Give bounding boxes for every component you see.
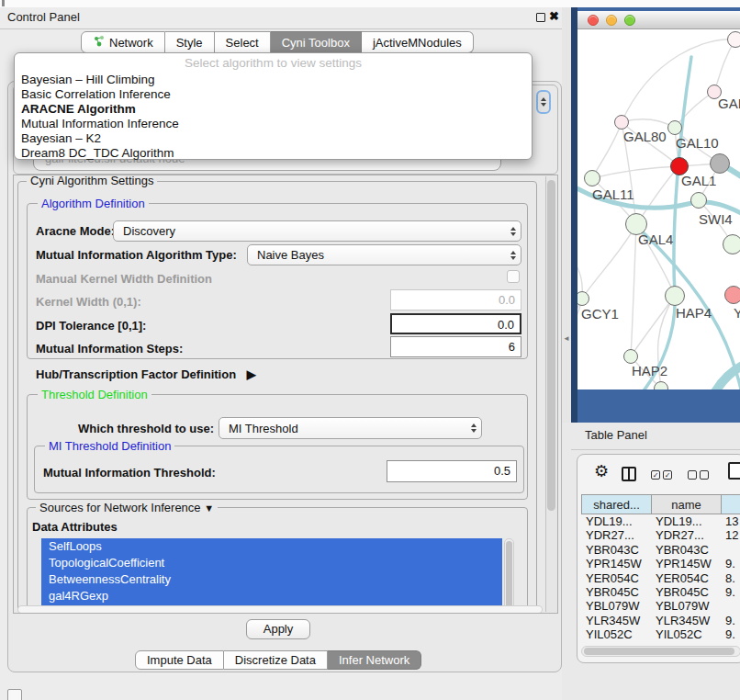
node-hap2[interactable]	[623, 349, 638, 364]
tab-impute-data[interactable]: Impute Data	[135, 650, 224, 670]
tab-select[interactable]: Select	[215, 31, 271, 53]
cell: YBR045C	[581, 585, 652, 599]
network-desktop: GAL GAL80 GAL10 GAL1 GAL11 SWI4 GAL4 GCY…	[571, 7, 740, 423]
algorithm-option[interactable]: Basic Correlation Inference	[21, 87, 171, 101]
table-row[interactable]: YBR043CYBR043C	[581, 543, 740, 557]
cell: YDL19...	[581, 514, 652, 528]
select-all-columns-icon[interactable]: ✓✓	[651, 470, 672, 480]
kernel-width-field[interactable]: 0.0	[390, 289, 521, 310]
node-swi4[interactable]	[690, 192, 707, 209]
manual-kernel-label: Manual Kernel Width Definition	[36, 272, 212, 286]
which-threshold-combo[interactable]: MI Threshold	[219, 417, 482, 439]
network-canvas[interactable]: GAL GAL80 GAL10 GAL1 GAL11 SWI4 GAL4 GCY…	[577, 29, 740, 390]
desktop-edge	[571, 7, 577, 423]
table-horizontal-scrollbar[interactable]	[581, 646, 740, 657]
algorithm-option[interactable]: Mutual Information Inference	[21, 117, 179, 130]
node-label: GAL10	[676, 135, 719, 151]
table-row[interactable]: YLR345WYLR345W9.	[581, 614, 740, 627]
combo-arrows-icon	[471, 423, 477, 433]
network-window-titlebar[interactable]	[577, 11, 740, 29]
apply-button[interactable]: Apply	[246, 619, 310, 639]
cyni-algorithm-settings-title: Cyni Algorithm Settings	[27, 175, 157, 187]
algorithm-option[interactable]: Bayesian – Hill Climbing	[21, 73, 155, 86]
table-row[interactable]: YIL052CYIL052C9.	[581, 627, 740, 641]
node[interactable]	[710, 153, 730, 174]
cell	[722, 599, 740, 613]
collapse-left-icon[interactable]: ◄	[563, 334, 570, 343]
node-hap4[interactable]	[665, 286, 685, 306]
minimize-traffic-light[interactable]	[606, 15, 617, 26]
table-row[interactable]: YBL079WYBL079W	[581, 599, 740, 613]
tab-network[interactable]: Network	[81, 31, 165, 53]
focused-combo-arrows[interactable]	[536, 90, 551, 114]
table-row[interactable]: YDR27...YDR27...12	[581, 528, 740, 542]
mi-steps-field[interactable]: 6	[390, 336, 521, 357]
cell: 9.	[722, 585, 740, 599]
deselect-all-columns-icon[interactable]	[688, 470, 709, 480]
algorithm-prompt: Select algorithm to view settings	[15, 56, 532, 70]
cell: YPR145W	[652, 557, 722, 570]
hub-definition-toggle[interactable]: Hub/Transcription Factor Definition ▶	[36, 367, 256, 381]
attribute-item[interactable]: SelfLoops	[41, 538, 502, 555]
data-attributes-list[interactable]: SelfLoops TopologicalCoefficient Between…	[41, 538, 502, 614]
close-icon[interactable]: ✖	[549, 9, 559, 23]
node-gal10[interactable]	[667, 120, 682, 135]
mi-type-combo[interactable]: Naive Bayes	[247, 244, 521, 265]
split-view-icon[interactable]	[622, 467, 636, 481]
cell: YLR345W	[581, 614, 652, 627]
tab-infer-network[interactable]: Infer Network	[328, 650, 421, 670]
node-label: GAL80	[623, 129, 667, 144]
attribute-item[interactable]: gal4RGexp	[41, 588, 502, 604]
node[interactable]	[723, 234, 740, 254]
algorithm-option-selected[interactable]: ARACNE Algorithm	[21, 102, 136, 116]
column-header-name[interactable]: name	[652, 494, 722, 514]
mi-threshold-label: Mutual Information Threshold:	[43, 466, 216, 480]
expand-right-icon: ▶	[247, 367, 256, 381]
attribute-item[interactable]: TopologicalCoefficient	[41, 555, 502, 571]
dpi-tolerance-field[interactable]: 0.0	[390, 313, 521, 334]
table-body[interactable]: YDL19...YDL19...13 YDR27...YDR27...12 YB…	[581, 514, 740, 644]
node[interactable]	[724, 286, 740, 304]
attribute-list-scrollbar[interactable]	[504, 538, 514, 614]
attribute-item[interactable]: BetweennessCentrality	[41, 571, 502, 588]
node[interactable]	[727, 31, 740, 48]
new-table-icon[interactable]	[728, 462, 740, 480]
gear-icon[interactable]: ⚙	[594, 463, 609, 480]
mi-steps-label: Mutual Information Steps:	[36, 342, 183, 356]
cell: 9.	[722, 557, 740, 570]
float-window-icon[interactable]	[536, 13, 545, 22]
table-panel: Table Panel ⚙ ✓✓ shared... name YDL19...…	[562, 423, 740, 700]
mi-threshold-field[interactable]: 0.5	[387, 460, 517, 482]
node-gal11[interactable]	[584, 170, 600, 186]
table-row[interactable]: YER054CYER054C8.	[581, 571, 740, 585]
manual-kernel-checkbox[interactable]	[507, 270, 520, 283]
node-label: HAP4	[676, 305, 712, 321]
aracne-mode-combo[interactable]: Discovery	[113, 220, 521, 242]
column-header-shared-name[interactable]: shared...	[581, 494, 652, 514]
close-traffic-light[interactable]	[588, 15, 599, 26]
tab-cyni-toolbox[interactable]: Cyni Toolbox	[271, 31, 362, 53]
algorithm-definition-title: Algorithm Definition	[38, 197, 149, 210]
cell: 9.	[722, 627, 740, 641]
table-row[interactable]: YDL19...YDL19...13	[581, 514, 740, 528]
tab-jactivemnodules[interactable]: jActiveMNodules	[362, 31, 474, 53]
algorithm-option[interactable]: Bayesian – K2	[21, 131, 101, 145]
cell: YLR345W	[652, 614, 722, 627]
minimized-panel-icon[interactable]	[7, 689, 22, 700]
table-row[interactable]: YPR145WYPR145W9.	[581, 557, 740, 570]
tab-style[interactable]: Style	[165, 31, 215, 53]
zoom-traffic-light[interactable]	[624, 15, 635, 26]
settings-vertical-scrollbar[interactable]	[545, 176, 557, 612]
table-row[interactable]: YBR045CYBR045C9.	[581, 585, 740, 599]
node-gal80[interactable]	[614, 115, 629, 130]
algorithm-option[interactable]: Dream8 DC_TDC Algorithm	[21, 146, 174, 160]
node-label: Y	[734, 305, 740, 321]
node[interactable]	[654, 381, 668, 390]
tab-discretize-data[interactable]: Discretize Data	[224, 650, 328, 670]
tab-label: Infer Network	[339, 653, 409, 667]
settings-horizontal-scrollbar[interactable]	[17, 605, 543, 614]
cell: YDL19...	[652, 514, 722, 528]
control-panel-window: Control Panel ✖ Network Style Select Cyn…	[0, 7, 562, 700]
sources-title[interactable]: Sources for Network Inference ▼	[36, 501, 218, 514]
column-header[interactable]	[722, 494, 740, 514]
